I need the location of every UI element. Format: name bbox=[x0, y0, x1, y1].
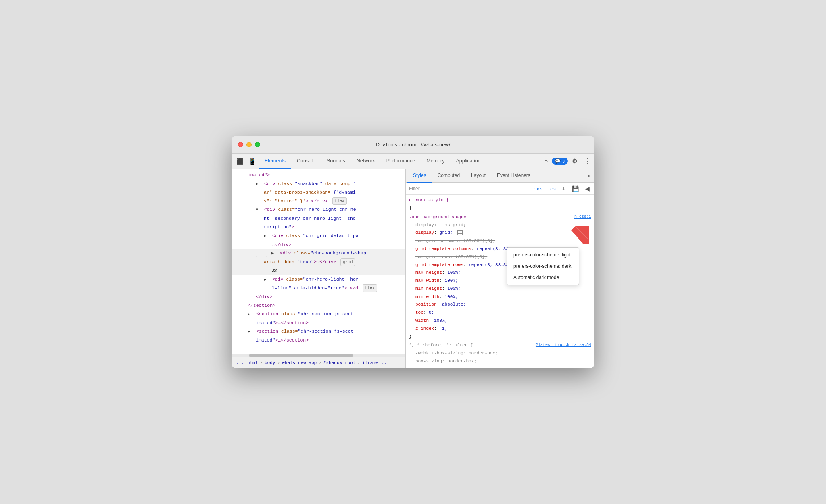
scroll-thumb[interactable] bbox=[249, 354, 353, 357]
collapse-button[interactable]: ◀ bbox=[584, 185, 591, 193]
tab-console[interactable]: Console bbox=[291, 154, 321, 169]
settings-icon[interactable]: ⚙ bbox=[569, 156, 580, 167]
ellipsis-button[interactable]: ... bbox=[256, 250, 267, 257]
chat-count: 3 bbox=[562, 159, 565, 164]
css-rule-element-style: element.style { } bbox=[409, 196, 591, 212]
html-line: …</div> bbox=[232, 240, 405, 249]
hov-button[interactable]: :hov bbox=[533, 185, 544, 192]
css-source-link[interactable]: n.css:1 bbox=[574, 213, 591, 221]
tab-application[interactable]: Application bbox=[450, 154, 486, 169]
tabs-right-actions: » 💬 3 ⚙ ⋮ bbox=[542, 156, 593, 167]
html-line: </div> bbox=[232, 292, 405, 301]
filter-label: Filter bbox=[409, 186, 530, 192]
breadcrumb-body[interactable]: body bbox=[263, 360, 277, 365]
popup-item-light[interactable]: prefers-color-scheme: light bbox=[507, 249, 579, 260]
html-line: l-line" aria-hidden="true">…</d flex bbox=[232, 284, 405, 293]
tab-performance[interactable]: Performance bbox=[381, 154, 421, 169]
html-line: imated">…</section> bbox=[232, 319, 405, 327]
tab-layout[interactable]: Layout bbox=[465, 169, 491, 183]
tab-sources[interactable]: Sources bbox=[321, 154, 351, 169]
html-line: rcription"> bbox=[232, 223, 405, 231]
html-line: ar" data-props-snackbar='{"dynami bbox=[232, 188, 405, 197]
popup-item-auto-dark[interactable]: Automatic dark mode bbox=[507, 272, 579, 283]
tab-memory[interactable]: Memory bbox=[421, 154, 450, 169]
html-line: imated"> bbox=[232, 171, 405, 179]
html-line: ht--secondary chr-hero-light--sho bbox=[232, 214, 405, 223]
close-button[interactable] bbox=[238, 142, 243, 147]
styles-panel: Styles Computed Layout Event Listeners »… bbox=[406, 169, 594, 368]
minimize-button[interactable] bbox=[246, 142, 252, 147]
horizontal-scrollbar[interactable] bbox=[232, 354, 405, 357]
html-line: aria-hidden="true">…</div> grid bbox=[232, 258, 405, 267]
chat-icon: 💬 bbox=[555, 158, 561, 164]
elements-panel: imated"> <div class="snackbar" data-comp… bbox=[232, 169, 406, 368]
save-button[interactable]: 💾 bbox=[570, 185, 580, 193]
breadcrumb-ellipsis-right[interactable]: ... bbox=[380, 360, 391, 365]
color-scheme-popup: prefers-color-scheme: light prefers-colo… bbox=[507, 247, 579, 285]
devtools-body: imated"> <div class="snackbar" data-comp… bbox=[232, 169, 594, 368]
html-line-dollar: == $0 bbox=[232, 267, 405, 275]
html-line: <section class="chr-section js-sect bbox=[232, 310, 405, 319]
html-line: <div class="chr-grid-default-pa bbox=[232, 231, 405, 240]
breadcrumb-bar: ... html › body › whats-new-app › #shado… bbox=[232, 357, 405, 368]
breadcrumb-html[interactable]: html bbox=[246, 360, 259, 365]
more-styles-tabs-button[interactable]: » bbox=[585, 171, 593, 180]
html-line: imated">…</section> bbox=[232, 336, 405, 345]
tab-network[interactable]: Network bbox=[351, 154, 381, 169]
elements-content[interactable]: imated"> <div class="snackbar" data-comp… bbox=[232, 169, 405, 354]
styles-toolbar: Filter :hov .cls + 💾 ◀ bbox=[406, 183, 594, 195]
device-icon[interactable]: 📱 bbox=[246, 155, 259, 168]
devtools-window: DevTools - chrome://whats-new/ ⬛ 📱 Eleme… bbox=[232, 136, 594, 368]
html-line: <section class="chr-section js-sect bbox=[232, 327, 405, 336]
styles-tabs-right: » bbox=[585, 171, 593, 180]
chat-badge[interactable]: 💬 3 bbox=[552, 158, 568, 165]
more-tabs-button[interactable]: » bbox=[542, 157, 550, 166]
html-line-selected: ... <div class="chr-background-shap bbox=[232, 249, 405, 258]
red-arrow-indicator bbox=[571, 226, 589, 244]
add-rule-button[interactable]: + bbox=[561, 185, 567, 193]
tab-styles[interactable]: Styles bbox=[407, 169, 432, 183]
tab-elements[interactable]: Elements bbox=[259, 154, 291, 169]
tab-computed[interactable]: Computed bbox=[432, 169, 465, 183]
title-bar: DevTools - chrome://whats-new/ bbox=[232, 136, 594, 154]
window-title: DevTools - chrome://whats-new/ bbox=[376, 142, 451, 148]
breadcrumb-shadow-root[interactable]: #shadow-root bbox=[322, 360, 357, 365]
maximize-button[interactable] bbox=[255, 142, 260, 147]
html-line: <div class="snackbar" data-comp=" bbox=[232, 179, 405, 188]
html-line: <div class="chr-hero-light chr-he bbox=[232, 205, 405, 214]
grid-icon[interactable] bbox=[457, 230, 463, 235]
devtools-tab-bar: ⬛ 📱 Elements Console Sources Network Per… bbox=[232, 154, 594, 169]
tab-event-listeners[interactable]: Event Listeners bbox=[491, 169, 536, 183]
css-rule-universal: *, *::before, *::after { ?latest=tru…ck=… bbox=[409, 342, 591, 365]
html-line: <div class="chr-hero-light__hor bbox=[232, 275, 405, 284]
breadcrumb-iframe[interactable]: iframe bbox=[361, 360, 380, 365]
styles-tab-bar: Styles Computed Layout Event Listeners » bbox=[406, 169, 594, 183]
breadcrumb-ellipsis-left[interactable]: ... bbox=[235, 360, 245, 365]
cursor-icon[interactable]: ⬛ bbox=[233, 155, 246, 168]
popup-item-dark[interactable]: prefers-color-scheme: dark bbox=[507, 260, 579, 272]
more-options-icon[interactable]: ⋮ bbox=[582, 156, 593, 167]
css-universal-source-link[interactable]: ?latest=tru…ck=false:54 bbox=[536, 342, 591, 349]
traffic-lights bbox=[238, 142, 260, 147]
html-line: s": "bottom" }'>…</div> flex bbox=[232, 197, 405, 206]
breadcrumb-app[interactable]: whats-new-app bbox=[281, 360, 318, 365]
html-line: </section> bbox=[232, 301, 405, 310]
cls-button[interactable]: .cls bbox=[547, 185, 557, 192]
